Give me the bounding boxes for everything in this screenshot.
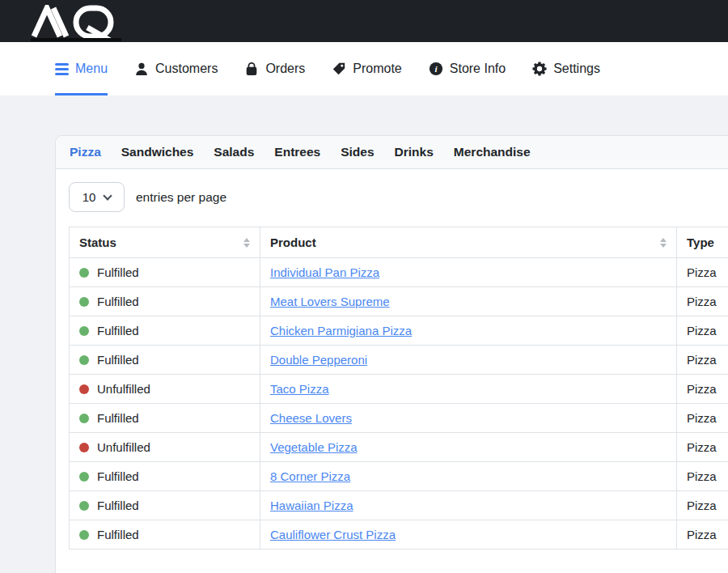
hamburger-icon	[55, 63, 69, 75]
product-cell: Taco Pizza	[260, 375, 677, 404]
brand-logo[interactable]	[31, 5, 121, 41]
product-link[interactable]: Hawaiian Pizza	[270, 499, 353, 512]
status-label: Fulfilled	[97, 295, 139, 308]
info-icon: i	[429, 62, 443, 76]
column-header-type[interactable]: Type	[677, 227, 728, 258]
type-cell: Pizza	[677, 287, 728, 316]
status-label: Unfulfilled	[97, 382, 150, 396]
status-cell: Fulfilled	[70, 258, 260, 287]
nav-item-label: Settings	[553, 62, 600, 76]
page-size-row: 10 entries per page	[69, 182, 728, 212]
gear-icon	[532, 62, 547, 76]
status-label: Fulfilled	[97, 469, 139, 483]
menu-card: Pizza Sandwiches Salads Entrees Sides Dr…	[55, 135, 728, 573]
logo-underline	[31, 38, 121, 41]
tab-pizza[interactable]: Pizza	[70, 145, 101, 159]
entries-per-page-value: 10	[83, 190, 96, 204]
nav-item-label: Promote	[353, 62, 401, 76]
status-label: Fulfilled	[97, 499, 139, 512]
status-dot-icon	[79, 384, 89, 394]
status-cell: Fulfilled	[70, 462, 260, 491]
status-label: Fulfilled	[97, 265, 139, 279]
table-row: Fulfilled Meat Lovers Supreme Pizza	[70, 287, 728, 316]
type-cell: Pizza	[677, 462, 728, 491]
table-row: Fulfilled 8 Corner Pizza Pizza	[70, 462, 728, 491]
status-cell: Fulfilled	[70, 346, 260, 375]
status-cell: Fulfilled	[70, 316, 260, 346]
product-link[interactable]: Chicken Parmigiana Pizza	[270, 324, 412, 337]
product-cell: Chicken Parmigiana Pizza	[260, 316, 677, 346]
product-cell: Hawaiian Pizza	[260, 491, 677, 520]
product-link[interactable]: Vegetable Pizza	[270, 440, 358, 454]
product-cell: Double Pepperoni	[260, 346, 677, 375]
type-cell: Pizza	[677, 520, 728, 550]
product-cell: Vegetable Pizza	[260, 433, 677, 462]
tag-icon	[332, 62, 346, 76]
tab-merchandise[interactable]: Merchandise	[454, 145, 531, 159]
status-dot-icon	[79, 355, 89, 365]
nav-item-customers[interactable]: Customers	[134, 42, 218, 96]
status-dot-icon	[79, 472, 89, 482]
product-link[interactable]: Double Pepperoni	[270, 353, 367, 367]
status-label: Fulfilled	[97, 528, 139, 541]
sort-icon[interactable]	[243, 238, 250, 248]
status-dot-icon	[79, 443, 89, 452]
type-cell: Pizza	[677, 491, 728, 520]
entries-per-page-select[interactable]: 10	[69, 182, 125, 212]
nav-item-store-info[interactable]: i Store Info	[429, 42, 506, 96]
chevron-down-icon	[104, 191, 112, 200]
column-header-product[interactable]: Product	[260, 227, 677, 258]
bag-icon	[244, 62, 259, 76]
type-cell: Pizza	[677, 404, 728, 433]
tab-entrees[interactable]: Entrees	[274, 145, 320, 159]
entries-per-page-label: entries per page	[136, 190, 226, 205]
status-cell: Fulfilled	[70, 491, 260, 520]
top-header-bar	[0, 0, 728, 42]
products-table: Status Product Type	[69, 227, 728, 550]
type-cell: Pizza	[677, 375, 728, 404]
nav-item-settings[interactable]: Settings	[532, 42, 600, 96]
nav-item-menu[interactable]: Menu	[55, 42, 108, 96]
status-dot-icon	[79, 326, 89, 336]
product-cell: Cauliflower Crust Pizza	[260, 520, 677, 550]
status-cell: Fulfilled	[70, 287, 260, 316]
card-body: 10 entries per page Status	[56, 169, 728, 562]
product-link[interactable]: Cheese Lovers	[270, 411, 352, 425]
product-link[interactable]: Individual Pan Pizza	[270, 265, 379, 279]
status-cell: Fulfilled	[70, 404, 260, 433]
product-link[interactable]: Cauliflower Crust Pizza	[270, 528, 396, 541]
type-cell: Pizza	[677, 433, 728, 462]
nav-item-label: Store Info	[450, 62, 506, 76]
sort-icon[interactable]	[660, 238, 667, 248]
product-cell: Cheese Lovers	[260, 404, 677, 433]
tab-drinks[interactable]: Drinks	[395, 145, 434, 159]
table-row: Unfulfilled Taco Pizza Pizza	[70, 375, 728, 404]
product-link[interactable]: Taco Pizza	[270, 382, 329, 396]
main-nav: Menu Customers Orders Promote i Store In…	[0, 42, 728, 96]
column-header-status[interactable]: Status	[70, 227, 260, 258]
product-link[interactable]: Meat Lovers Supreme	[270, 295, 390, 308]
status-label: Fulfilled	[97, 324, 139, 337]
product-link[interactable]: 8 Corner Pizza	[270, 469, 350, 483]
table-row: Fulfilled Hawaiian Pizza Pizza	[70, 491, 728, 520]
table-row: Fulfilled Double Pepperoni Pizza	[70, 346, 728, 375]
status-dot-icon	[79, 414, 89, 423]
status-cell: Unfulfilled	[70, 433, 260, 462]
type-cell: Pizza	[677, 346, 728, 375]
tab-sandwiches[interactable]: Sandwiches	[121, 145, 194, 159]
tab-salads[interactable]: Salads	[214, 145, 254, 159]
nav-item-promote[interactable]: Promote	[332, 42, 401, 96]
status-label: Fulfilled	[97, 353, 139, 367]
status-dot-icon	[79, 297, 89, 307]
table-row: Fulfilled Chicken Parmigiana Pizza Pizza	[70, 316, 728, 346]
category-tabs: Pizza Sandwiches Salads Entrees Sides Dr…	[56, 136, 728, 169]
status-label: Fulfilled	[97, 411, 139, 425]
tab-sides[interactable]: Sides	[341, 145, 374, 159]
nav-item-label: Orders	[265, 62, 305, 76]
product-cell: 8 Corner Pizza	[260, 462, 677, 491]
status-cell: Unfulfilled	[70, 375, 260, 404]
column-header-label: Type	[687, 236, 714, 249]
nav-item-label: Customers	[155, 62, 218, 76]
brand-logo-graphic	[31, 5, 121, 38]
nav-item-orders[interactable]: Orders	[244, 42, 305, 96]
